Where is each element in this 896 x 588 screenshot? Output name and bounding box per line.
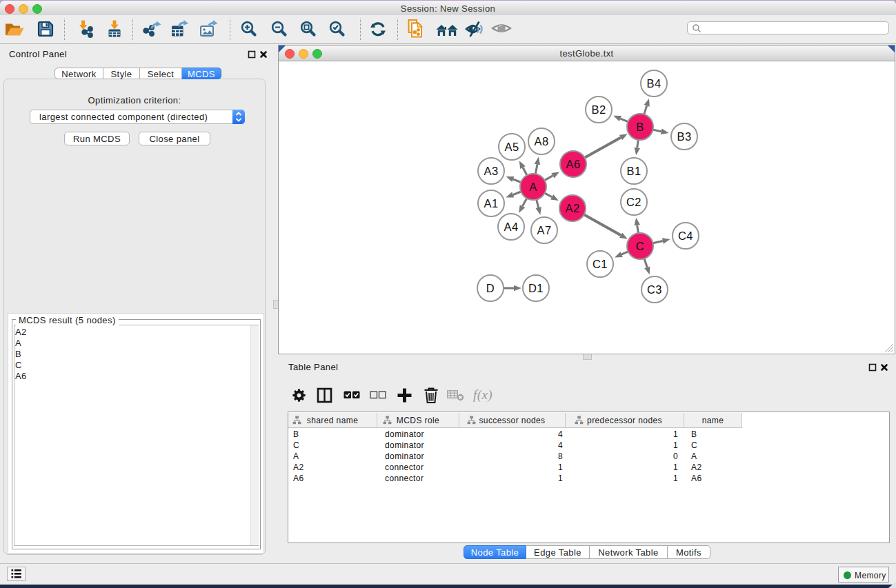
svg-text:C: C	[636, 240, 644, 252]
svg-text:A: A	[529, 181, 537, 193]
svg-text:D1: D1	[528, 282, 544, 294]
svg-text:B4: B4	[647, 77, 661, 90]
svg-text:A5: A5	[505, 141, 519, 153]
svg-text:A2: A2	[566, 202, 580, 214]
svg-text:B: B	[636, 121, 644, 133]
svg-text:B3: B3	[677, 130, 692, 143]
svg-text:C1: C1	[593, 258, 608, 270]
svg-text:D: D	[486, 282, 495, 294]
svg-text:B1: B1	[627, 165, 641, 177]
svg-text:C2: C2	[626, 196, 641, 208]
svg-text:A1: A1	[484, 197, 499, 210]
svg-text:A8: A8	[535, 135, 549, 148]
svg-text:A6: A6	[566, 158, 581, 170]
svg-text:A4: A4	[504, 221, 519, 233]
svg-text:A3: A3	[484, 165, 499, 177]
svg-text:B2: B2	[592, 103, 606, 116]
svg-text:C3: C3	[647, 283, 662, 296]
svg-text:C4: C4	[678, 230, 693, 242]
svg-text:A7: A7	[537, 224, 552, 236]
